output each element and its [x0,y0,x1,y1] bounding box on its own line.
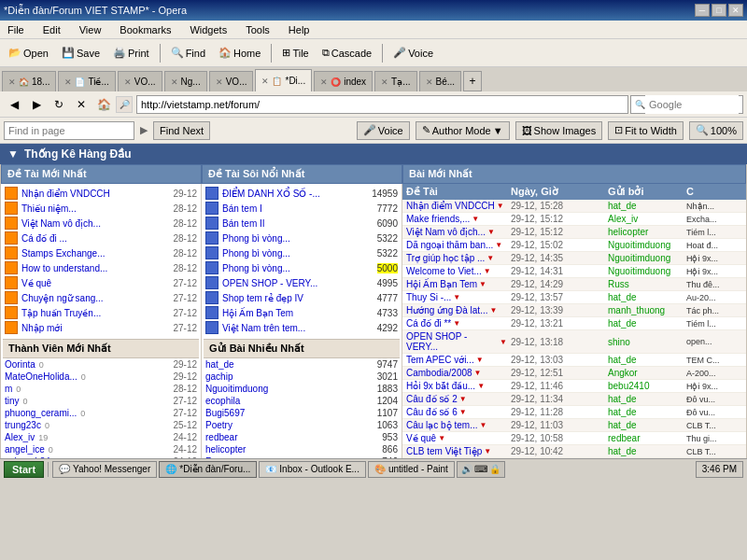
tab-8[interactable]: ✕ Bé... [419,71,462,91]
menu-view[interactable]: View [76,22,106,37]
start-button[interactable]: Start [4,461,44,478]
post-title-link[interactable]: Cambodia/2008 [406,368,472,378]
show-images-button[interactable]: 🖼 Show Images [515,121,603,140]
post-author-link[interactable]: hat_de [608,446,683,456]
home-button[interactable]: 🏠 Home [214,42,265,64]
poster-link[interactable]: hat_de [205,359,234,370]
post-title-link[interactable]: Câu lạc bộ tem... [406,420,477,430]
tab-7[interactable]: ✕ Tạ... [374,71,416,91]
topic-link[interactable]: ĐIỂM DANH XỔ SỐ -... [222,189,320,199]
post-author-link[interactable]: manh_thuong [608,305,683,315]
member-link[interactable]: trung23c [5,420,41,430]
topic-link[interactable]: Hội Ấm Bạn Tem [222,308,293,318]
post-author-link[interactable]: hat_de [608,420,683,430]
post-author-link[interactable]: hat_de [608,201,683,211]
post-title-link[interactable]: Cá đố đi ** [406,318,451,329]
tab-close-4[interactable]: ✕ [216,77,223,87]
add-tab-button[interactable]: + [463,71,482,91]
menu-tools[interactable]: Tools [242,22,274,37]
post-title-link[interactable]: Hướng ứng Đà lat... [406,305,487,315]
post-author-link[interactable]: Nguoitimduong [608,266,683,276]
tab-close-1[interactable]: ✕ [64,77,72,87]
topic-link[interactable]: Phong bì vòng... [222,248,290,259]
topic-link[interactable]: Chuyện ngữ sang... [21,293,104,303]
author-mode-button[interactable]: ✎ Author Mode ▼ [416,121,510,140]
back-button[interactable]: ◀ [4,94,24,115]
poster-link[interactable]: Russ [205,456,227,458]
post-title-link[interactable]: Về quê [406,433,436,443]
post-title-link[interactable]: Nhận điểm VNDCCH [406,201,495,211]
taskbar-paint[interactable]: 🎨 untitled - Paint [368,461,455,478]
post-author-link[interactable]: shino [608,337,683,347]
post-title-link[interactable]: Trợ giúp học tập ... [406,253,485,263]
member-link[interactable]: angel_ice [5,444,45,455]
poster-link[interactable]: Poetry [205,420,233,430]
post-author-link[interactable]: bebu2410 [608,381,683,391]
find-next-button[interactable]: Find Next [153,121,210,140]
poster-link[interactable]: Nguoitimduong [205,384,268,394]
cascade-button[interactable]: ⧉ Cascade [317,42,376,64]
post-author-link[interactable]: Alex_iv [608,214,683,224]
member-link[interactable]: tiny [5,396,20,406]
menu-file[interactable]: File [4,22,28,37]
member-link[interactable]: Oorinta [5,359,35,370]
tab-6[interactable]: ✕ ⭕ index [314,71,373,91]
post-title-link[interactable]: Việt Nam vô địch... [406,227,486,237]
tab-close-8[interactable]: ✕ [426,77,433,87]
post-title-link[interactable]: Hỏi 9x bắt đầu... [406,381,475,391]
topic-link[interactable]: Về quê [21,278,51,288]
member-link[interactable]: echxanh84 [5,456,50,458]
topic-link[interactable]: Thiếu niệm... [21,203,77,214]
topic-link[interactable]: Nhập mới [21,323,63,333]
post-title-link[interactable]: Tem APEC với... [406,355,474,365]
poster-link[interactable]: ecophila [205,396,240,406]
zoom-control[interactable]: 🔍 100% [689,121,743,140]
member-link[interactable]: Alex_iv [5,432,35,442]
poster-link[interactable]: gachip [205,371,233,382]
post-author-link[interactable]: hat_de [608,394,683,404]
post-author-link[interactable]: Nguoitimduong [608,240,683,250]
minimize-button[interactable]: ─ [695,4,710,17]
taskbar-messenger[interactable]: 💬 Yahoo! Messenger [52,461,157,478]
menu-widgets[interactable]: Widgets [186,22,231,37]
post-author-link[interactable]: hat_de [608,292,683,302]
fit-to-width-button[interactable]: ⊡ Fit to Width [608,121,684,140]
menu-bookmarks[interactable]: Bookmarks [116,22,175,37]
voice-toolbar-button[interactable]: 🎤 Voice [388,42,438,64]
tab-close-6[interactable]: ✕ [320,77,328,87]
post-title-link[interactable]: Make friends,... [406,214,470,224]
poster-link[interactable]: Bugi5697 [205,408,245,418]
tab-0[interactable]: ✕ 🏠 18... [2,71,56,91]
tile-button[interactable]: ⊞ Tile [277,42,313,64]
member-link[interactable]: m [5,384,12,394]
topic-link[interactable]: Nhận điểm VNDCCH [21,189,110,199]
topic-link[interactable]: Việt Nam trên tem... [222,323,305,333]
forward-button[interactable]: ▶ [26,94,47,115]
tab-2[interactable]: ✕ VO... [118,71,162,91]
post-author-link[interactable]: Angkor [608,368,683,378]
save-button[interactable]: 💾 Save [57,42,105,64]
home-nav-button[interactable]: 🏠 [93,94,114,115]
topic-link[interactable]: Phong bì vòng... [222,233,290,244]
post-title-link[interactable]: Hội Ấm Bạn Tem [406,279,477,289]
topic-link[interactable]: Việt Nam vô địch... [21,218,101,229]
topic-link[interactable]: OPEN SHOP - VERY... [222,278,317,288]
post-title-link[interactable]: OPEN SHOP - VERY... [406,331,498,352]
topic-link[interactable]: Stamps Exchange... [21,248,106,259]
post-author-link[interactable]: Nguoitimduong [608,253,683,263]
post-author-link[interactable]: hat_de [608,355,683,365]
tab-close-7[interactable]: ✕ [381,77,388,87]
post-title-link[interactable]: Welcome to Viet... [406,266,482,276]
topic-link[interactable]: Bán tem I [222,203,262,214]
post-title-link[interactable]: Thuy Si -... [406,292,451,302]
find-input[interactable] [4,121,134,140]
search-input[interactable] [645,95,739,114]
topic-link[interactable]: Shop tem rẻ đẹp IV [222,293,303,303]
tab-close-0[interactable]: ✕ [8,77,16,87]
tab-3[interactable]: ✕ Ng... [164,71,207,91]
menu-edit[interactable]: Edit [39,22,64,37]
topic-link[interactable]: How to understand... [21,263,107,273]
reload-button[interactable]: ↻ [49,94,69,115]
tab-close-3[interactable]: ✕ [171,77,178,87]
topic-link[interactable]: Bán tem II [222,218,265,229]
